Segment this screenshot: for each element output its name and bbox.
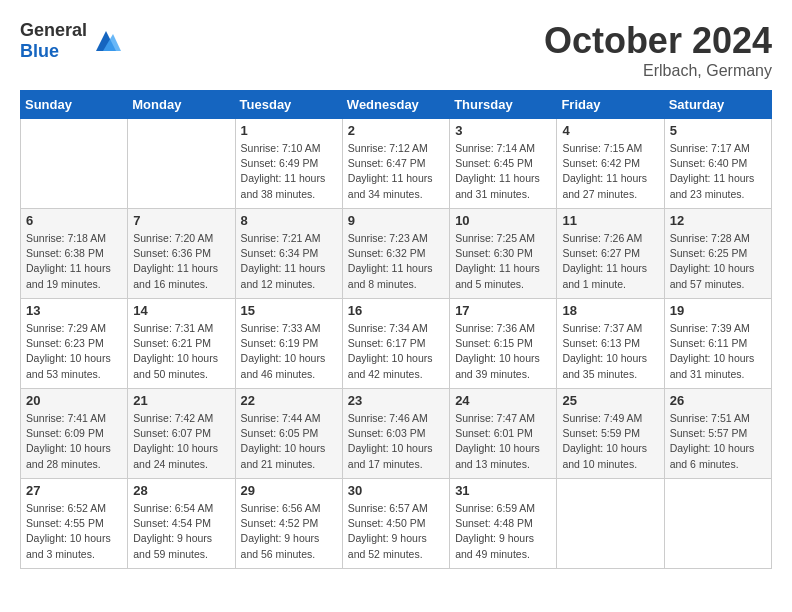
- day-info: Sunrise: 7:41 AMSunset: 6:09 PMDaylight:…: [26, 411, 122, 472]
- logo-general: General: [20, 20, 87, 40]
- calendar-cell: 26Sunrise: 7:51 AMSunset: 5:57 PMDayligh…: [664, 389, 771, 479]
- day-number: 11: [562, 213, 658, 228]
- day-number: 9: [348, 213, 444, 228]
- calendar-cell: [557, 479, 664, 569]
- calendar-cell: 19Sunrise: 7:39 AMSunset: 6:11 PMDayligh…: [664, 299, 771, 389]
- day-info: Sunrise: 7:46 AMSunset: 6:03 PMDaylight:…: [348, 411, 444, 472]
- day-info: Sunrise: 7:12 AMSunset: 6:47 PMDaylight:…: [348, 141, 444, 202]
- day-info: Sunrise: 7:31 AMSunset: 6:21 PMDaylight:…: [133, 321, 229, 382]
- day-info: Sunrise: 7:37 AMSunset: 6:13 PMDaylight:…: [562, 321, 658, 382]
- day-number: 27: [26, 483, 122, 498]
- day-info: Sunrise: 7:17 AMSunset: 6:40 PMDaylight:…: [670, 141, 766, 202]
- day-number: 15: [241, 303, 337, 318]
- day-info: Sunrise: 6:56 AMSunset: 4:52 PMDaylight:…: [241, 501, 337, 562]
- calendar-cell: 4Sunrise: 7:15 AMSunset: 6:42 PMDaylight…: [557, 119, 664, 209]
- day-number: 31: [455, 483, 551, 498]
- calendar-cell: 9Sunrise: 7:23 AMSunset: 6:32 PMDaylight…: [342, 209, 449, 299]
- day-info: Sunrise: 7:44 AMSunset: 6:05 PMDaylight:…: [241, 411, 337, 472]
- calendar-cell: 21Sunrise: 7:42 AMSunset: 6:07 PMDayligh…: [128, 389, 235, 479]
- calendar-cell: [664, 479, 771, 569]
- weekday-header-tuesday: Tuesday: [235, 91, 342, 119]
- calendar-cell: 23Sunrise: 7:46 AMSunset: 6:03 PMDayligh…: [342, 389, 449, 479]
- calendar-cell: 28Sunrise: 6:54 AMSunset: 4:54 PMDayligh…: [128, 479, 235, 569]
- day-number: 17: [455, 303, 551, 318]
- logo-blue: Blue: [20, 41, 59, 61]
- weekday-header-friday: Friday: [557, 91, 664, 119]
- weekday-header-sunday: Sunday: [21, 91, 128, 119]
- location-title: Erlbach, Germany: [544, 62, 772, 80]
- calendar-cell: 17Sunrise: 7:36 AMSunset: 6:15 PMDayligh…: [450, 299, 557, 389]
- week-row-4: 27Sunrise: 6:52 AMSunset: 4:55 PMDayligh…: [21, 479, 772, 569]
- day-number: 3: [455, 123, 551, 138]
- day-number: 24: [455, 393, 551, 408]
- week-row-3: 20Sunrise: 7:41 AMSunset: 6:09 PMDayligh…: [21, 389, 772, 479]
- calendar-cell: 3Sunrise: 7:14 AMSunset: 6:45 PMDaylight…: [450, 119, 557, 209]
- day-number: 26: [670, 393, 766, 408]
- day-info: Sunrise: 7:51 AMSunset: 5:57 PMDaylight:…: [670, 411, 766, 472]
- week-row-1: 6Sunrise: 7:18 AMSunset: 6:38 PMDaylight…: [21, 209, 772, 299]
- month-title: October 2024: [544, 20, 772, 62]
- day-number: 13: [26, 303, 122, 318]
- day-number: 4: [562, 123, 658, 138]
- day-info: Sunrise: 7:47 AMSunset: 6:01 PMDaylight:…: [455, 411, 551, 472]
- day-info: Sunrise: 7:49 AMSunset: 5:59 PMDaylight:…: [562, 411, 658, 472]
- day-number: 8: [241, 213, 337, 228]
- day-number: 23: [348, 393, 444, 408]
- day-info: Sunrise: 7:23 AMSunset: 6:32 PMDaylight:…: [348, 231, 444, 292]
- calendar-cell: 10Sunrise: 7:25 AMSunset: 6:30 PMDayligh…: [450, 209, 557, 299]
- calendar-cell: 14Sunrise: 7:31 AMSunset: 6:21 PMDayligh…: [128, 299, 235, 389]
- day-info: Sunrise: 7:34 AMSunset: 6:17 PMDaylight:…: [348, 321, 444, 382]
- calendar-cell: [21, 119, 128, 209]
- day-number: 12: [670, 213, 766, 228]
- day-info: Sunrise: 7:21 AMSunset: 6:34 PMDaylight:…: [241, 231, 337, 292]
- calendar-cell: 7Sunrise: 7:20 AMSunset: 6:36 PMDaylight…: [128, 209, 235, 299]
- calendar-cell: 13Sunrise: 7:29 AMSunset: 6:23 PMDayligh…: [21, 299, 128, 389]
- day-number: 19: [670, 303, 766, 318]
- day-info: Sunrise: 7:29 AMSunset: 6:23 PMDaylight:…: [26, 321, 122, 382]
- day-number: 5: [670, 123, 766, 138]
- day-info: Sunrise: 7:33 AMSunset: 6:19 PMDaylight:…: [241, 321, 337, 382]
- calendar-table: SundayMondayTuesdayWednesdayThursdayFrid…: [20, 90, 772, 569]
- day-number: 16: [348, 303, 444, 318]
- day-number: 1: [241, 123, 337, 138]
- calendar-cell: 25Sunrise: 7:49 AMSunset: 5:59 PMDayligh…: [557, 389, 664, 479]
- calendar-cell: 11Sunrise: 7:26 AMSunset: 6:27 PMDayligh…: [557, 209, 664, 299]
- day-info: Sunrise: 6:57 AMSunset: 4:50 PMDaylight:…: [348, 501, 444, 562]
- calendar-cell: 6Sunrise: 7:18 AMSunset: 6:38 PMDaylight…: [21, 209, 128, 299]
- day-number: 29: [241, 483, 337, 498]
- day-number: 25: [562, 393, 658, 408]
- day-info: Sunrise: 6:59 AMSunset: 4:48 PMDaylight:…: [455, 501, 551, 562]
- calendar-cell: 12Sunrise: 7:28 AMSunset: 6:25 PMDayligh…: [664, 209, 771, 299]
- calendar-header: General Blue October 2024 Erlbach, Germa…: [20, 20, 772, 80]
- day-info: Sunrise: 6:54 AMSunset: 4:54 PMDaylight:…: [133, 501, 229, 562]
- calendar-cell: 22Sunrise: 7:44 AMSunset: 6:05 PMDayligh…: [235, 389, 342, 479]
- weekday-header-saturday: Saturday: [664, 91, 771, 119]
- day-number: 30: [348, 483, 444, 498]
- day-number: 14: [133, 303, 229, 318]
- calendar-cell: 20Sunrise: 7:41 AMSunset: 6:09 PMDayligh…: [21, 389, 128, 479]
- day-info: Sunrise: 7:42 AMSunset: 6:07 PMDaylight:…: [133, 411, 229, 472]
- calendar-cell: 30Sunrise: 6:57 AMSunset: 4:50 PMDayligh…: [342, 479, 449, 569]
- calendar-cell: 31Sunrise: 6:59 AMSunset: 4:48 PMDayligh…: [450, 479, 557, 569]
- day-number: 21: [133, 393, 229, 408]
- day-info: Sunrise: 7:18 AMSunset: 6:38 PMDaylight:…: [26, 231, 122, 292]
- calendar-cell: 16Sunrise: 7:34 AMSunset: 6:17 PMDayligh…: [342, 299, 449, 389]
- day-info: Sunrise: 7:25 AMSunset: 6:30 PMDaylight:…: [455, 231, 551, 292]
- day-number: 18: [562, 303, 658, 318]
- day-info: Sunrise: 7:20 AMSunset: 6:36 PMDaylight:…: [133, 231, 229, 292]
- calendar-cell: 18Sunrise: 7:37 AMSunset: 6:13 PMDayligh…: [557, 299, 664, 389]
- calendar-cell: 29Sunrise: 6:56 AMSunset: 4:52 PMDayligh…: [235, 479, 342, 569]
- weekday-header-row: SundayMondayTuesdayWednesdayThursdayFrid…: [21, 91, 772, 119]
- day-info: Sunrise: 7:14 AMSunset: 6:45 PMDaylight:…: [455, 141, 551, 202]
- day-info: Sunrise: 7:10 AMSunset: 6:49 PMDaylight:…: [241, 141, 337, 202]
- week-row-2: 13Sunrise: 7:29 AMSunset: 6:23 PMDayligh…: [21, 299, 772, 389]
- calendar-cell: 2Sunrise: 7:12 AMSunset: 6:47 PMDaylight…: [342, 119, 449, 209]
- weekday-header-thursday: Thursday: [450, 91, 557, 119]
- day-number: 20: [26, 393, 122, 408]
- calendar-cell: 5Sunrise: 7:17 AMSunset: 6:40 PMDaylight…: [664, 119, 771, 209]
- day-info: Sunrise: 7:39 AMSunset: 6:11 PMDaylight:…: [670, 321, 766, 382]
- day-info: Sunrise: 7:28 AMSunset: 6:25 PMDaylight:…: [670, 231, 766, 292]
- title-area: October 2024 Erlbach, Germany: [544, 20, 772, 80]
- day-info: Sunrise: 7:15 AMSunset: 6:42 PMDaylight:…: [562, 141, 658, 202]
- calendar-cell: [128, 119, 235, 209]
